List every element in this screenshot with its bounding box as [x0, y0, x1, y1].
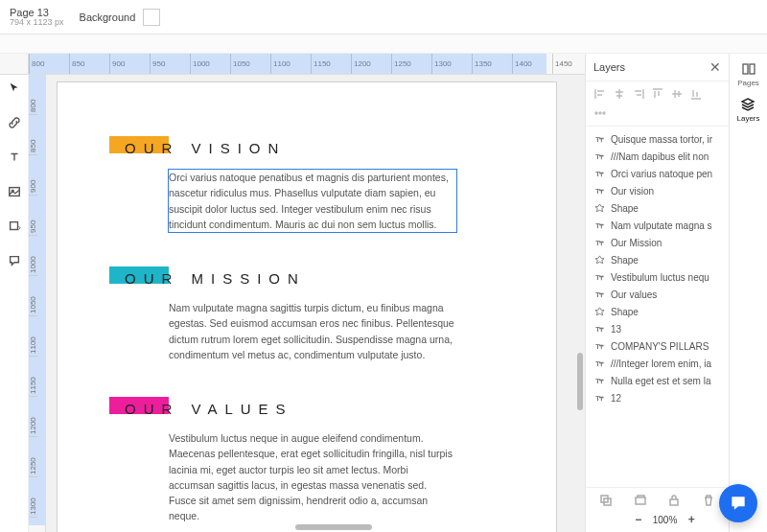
section-vision[interactable]: OUR VISIONOrci varius natoque penatibus … — [125, 140, 489, 232]
page-title: Page 13 — [10, 7, 64, 18]
rail-pages[interactable]: Pages — [737, 61, 759, 87]
canvas-area: 8008509009501000105011001150120012501300… — [29, 54, 585, 532]
layer-label: Our vision — [611, 186, 654, 197]
select-tool[interactable] — [5, 79, 24, 98]
layer-item[interactable]: TᴛNulla eget est et sem la — [586, 372, 729, 389]
layer-item[interactable]: Tᴛ13 — [586, 320, 729, 337]
layer-item[interactable]: Tᴛ///Integer lorem enim, ia — [586, 355, 729, 372]
text-tool[interactable] — [5, 148, 24, 167]
text-icon: Tᴛ — [593, 375, 605, 386]
section-body-text[interactable]: Orci varius natoque penatibus et magnis … — [169, 170, 456, 232]
text-icon: Tᴛ — [593, 323, 605, 335]
page-document[interactable]: OUR VISIONOrci varius natoque penatibus … — [58, 82, 556, 532]
align-center-h-icon[interactable] — [613, 87, 626, 101]
layer-item[interactable]: TᴛQuisque massa tortor, ir — [586, 130, 729, 148]
group-icon[interactable] — [634, 494, 647, 507]
layer-item[interactable]: Tᴛ///Nam dapibus elit non — [586, 148, 729, 165]
layer-item[interactable]: TᴛNam vulputate magna s — [586, 217, 729, 234]
layer-item[interactable]: TᴛVestibulum luctus nequ — [586, 268, 729, 286]
zoom-controls: − 100% + — [593, 513, 721, 526]
layers-title: Layers — [593, 61, 625, 73]
link-tool[interactable] — [5, 113, 24, 132]
chat-fab[interactable] — [719, 484, 757, 522]
text-icon: Tᴛ — [593, 289, 605, 300]
align-right-icon[interactable] — [632, 87, 645, 101]
shape-tool[interactable] — [5, 217, 24, 236]
rail-layers[interactable]: Layers — [736, 97, 759, 123]
align-center-v-icon[interactable] — [670, 87, 684, 101]
page-dimensions: 794 x 1123 px — [10, 18, 64, 28]
ruler-tick: 900 — [29, 155, 37, 196]
layer-item[interactable]: Shape — [586, 303, 729, 320]
section-body-text[interactable]: Vestibulum luctus neque in augue eleifen… — [169, 430, 456, 524]
layer-item[interactable]: TᴛOrci varius natoque pen — [586, 165, 729, 182]
align-top-icon[interactable] — [651, 87, 664, 101]
layer-item[interactable]: TᴛCOMPANY'S PILLARS — [586, 337, 729, 355]
layer-label: Nulla eget est et sem la — [611, 376, 711, 386]
duplicate-icon[interactable] — [599, 494, 613, 507]
text-icon: Tᴛ — [593, 220, 605, 231]
ruler-tick: 1200 — [29, 397, 37, 437]
canvas[interactable]: OUR VISIONOrci varius natoque penatibus … — [46, 75, 585, 532]
layer-item[interactable]: TᴛOur vision — [586, 182, 729, 199]
svg-rect-9 — [670, 499, 678, 505]
right-rail: Pages Layers — [729, 54, 767, 532]
zoom-out-button[interactable]: − — [632, 513, 645, 526]
align-left-icon[interactable] — [593, 87, 607, 101]
section-values[interactable]: OUR VALUESVestibulum luctus neque in aug… — [125, 401, 489, 524]
ruler-tick: 1050 — [29, 276, 37, 316]
layer-item[interactable]: Tᴛ12 — [586, 389, 729, 406]
text-icon: Tᴛ — [593, 168, 605, 179]
align-bottom-icon[interactable] — [689, 87, 703, 101]
shape-icon — [593, 306, 605, 317]
section-heading[interactable]: OUR VISION — [125, 140, 489, 156]
ruler-tick: 800 — [29, 75, 37, 115]
svg-rect-8 — [636, 497, 645, 504]
section-heading[interactable]: OUR MISSION — [125, 270, 489, 287]
section-heading[interactable]: OUR VALUES — [125, 401, 489, 417]
ruler-tick: 1450 — [552, 54, 585, 75]
layer-label: ///Nam dapibus elit non — [611, 151, 709, 162]
ruler-tick: 950 — [29, 196, 37, 236]
rail-layers-label: Layers — [736, 114, 759, 123]
page-info: Page 13 794 x 1123 px — [10, 7, 64, 28]
background-color-swatch[interactable] — [143, 9, 160, 26]
horizontal-ruler[interactable]: 8008509009501000105011001150120012501300… — [29, 54, 585, 75]
comment-tool[interactable] — [5, 251, 24, 270]
svg-rect-11 — [750, 64, 755, 74]
layer-footer: − 100% + — [586, 487, 729, 532]
close-panel-button[interactable]: ✕ — [709, 59, 721, 75]
section-body-text[interactable]: Nam vulputate magna sagittis turpis dict… — [169, 300, 456, 362]
background-label: Background — [80, 12, 136, 23]
image-tool[interactable] — [5, 182, 24, 201]
layers-header: Layers ✕ — [586, 54, 729, 81]
layer-list[interactable]: TᴛQuisque massa tortor, irTᴛ///Nam dapib… — [586, 127, 729, 487]
distribute-icon[interactable] — [593, 106, 607, 120]
lock-icon[interactable] — [667, 494, 681, 507]
ruler-tick: 1100 — [29, 316, 37, 357]
section-mission[interactable]: OUR MISSIONNam vulputate magna sagittis … — [125, 270, 489, 362]
layer-item[interactable]: Shape — [586, 199, 729, 217]
text-icon: Tᴛ — [593, 237, 605, 248]
layer-label: Nam vulputate magna s — [611, 220, 712, 231]
text-icon: Tᴛ — [593, 185, 605, 197]
layer-label: Shape — [611, 307, 639, 317]
shape-icon — [593, 202, 605, 214]
layer-item[interactable]: TᴛOur Mission — [586, 234, 729, 251]
ruler-corner — [0, 54, 29, 75]
layer-label: Our values — [611, 289, 657, 300]
ruler-tick: 1150 — [29, 357, 37, 397]
delete-icon[interactable] — [702, 494, 715, 507]
ruler-tick: 1250 — [29, 437, 37, 477]
vertical-ruler[interactable]: 8008509009501000105011001150120012501300 — [29, 75, 46, 532]
canvas-horizontal-scrollbar[interactable] — [46, 524, 575, 530]
ruler-tick: 1300 — [29, 477, 37, 518]
layer-item[interactable]: Shape — [586, 251, 729, 268]
layer-label: Quisque massa tortor, ir — [611, 134, 712, 145]
zoom-in-button[interactable]: + — [685, 513, 698, 526]
canvas-vertical-scrollbar[interactable] — [577, 75, 583, 507]
layer-item[interactable]: TᴛOur values — [586, 286, 729, 303]
zoom-value[interactable]: 100% — [653, 515, 678, 525]
shape-icon — [593, 254, 605, 266]
text-icon: Tᴛ — [593, 133, 605, 145]
